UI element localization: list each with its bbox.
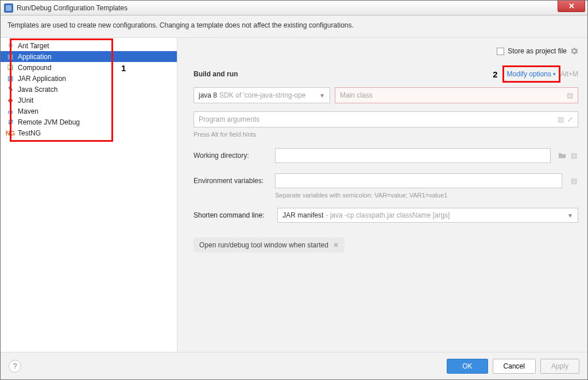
shorten-command-line-select[interactable]: JAR manifest - java -cp classpath.jar cl… bbox=[277, 208, 578, 223]
working-directory-field[interactable] bbox=[275, 148, 551, 163]
configuration-panel: Store as project file Build and run 2 Mo… bbox=[177, 38, 587, 352]
sidebar-item-label: Compound bbox=[18, 64, 52, 72]
working-directory-label: Working directory: bbox=[194, 152, 270, 160]
maven-icon: m bbox=[6, 107, 14, 115]
jar-icon: ▥ bbox=[6, 75, 14, 83]
compound-icon: ❏ bbox=[6, 64, 14, 72]
browse-icon[interactable]: ▤ bbox=[569, 176, 578, 185]
jre-selector[interactable]: java 8 SDK of 'core-java-string-ope ▼ bbox=[194, 87, 330, 103]
testng-icon: NG bbox=[6, 129, 14, 137]
sidebar-item-label: JAR Application bbox=[18, 75, 66, 83]
env-variables-field[interactable] bbox=[275, 173, 562, 188]
ant-icon: ✳ bbox=[6, 42, 14, 50]
store-as-project-file-label: Store as project file bbox=[508, 47, 567, 55]
annotation-number-1: 1 bbox=[121, 63, 126, 73]
sidebar-item-jar-application[interactable]: ▥ JAR Application bbox=[1, 73, 177, 84]
field-icons: ▤ ⤢ bbox=[558, 115, 573, 123]
folder-icon[interactable] bbox=[558, 151, 567, 160]
sidebar-item-java-scratch[interactable]: ✎ Java Scratch bbox=[1, 84, 177, 95]
main-class-placeholder: Main class bbox=[340, 91, 373, 99]
template-list: ✳ Ant Target ▦ Application ❏ Compound ▥ … bbox=[1, 40, 177, 138]
sidebar-item-testng[interactable]: NG TestNG bbox=[1, 127, 177, 138]
close-button[interactable]: ✕ bbox=[558, 1, 585, 12]
dialog-description: Templates are used to create new configu… bbox=[1, 15, 587, 38]
sidebar-item-junit[interactable]: ◆ JUnit bbox=[1, 95, 177, 106]
dialog-window: Run/Debug Configuration Templates ✕ Temp… bbox=[0, 0, 588, 380]
sidebar-item-ant-target[interactable]: ✳ Ant Target bbox=[1, 40, 177, 51]
gear-icon[interactable] bbox=[570, 47, 578, 55]
app-icon bbox=[4, 3, 13, 13]
section-header: Build and run 2 Modify options ▾ Alt+M bbox=[194, 69, 578, 79]
working-directory-row: Working directory: ▤ bbox=[194, 148, 578, 163]
program-arguments-row: Program arguments ▤ ⤢ bbox=[194, 111, 578, 127]
section-title: Build and run bbox=[194, 70, 493, 78]
insert-icon[interactable]: ▤ bbox=[569, 151, 578, 160]
shorten-command-line-row: Shorten command line: JAR manifest - jav… bbox=[194, 208, 578, 223]
chevron-down-icon: ▼ bbox=[567, 212, 573, 219]
window-controls: ✕ bbox=[558, 1, 587, 12]
sidebar-item-label: JUnit bbox=[18, 96, 33, 104]
store-as-project-file-checkbox[interactable] bbox=[497, 48, 504, 55]
sidebar-item-label: TestNG bbox=[18, 129, 41, 137]
application-icon: ▦ bbox=[6, 53, 14, 61]
chevron-down-icon: ▼ bbox=[319, 92, 325, 99]
title-bar: Run/Debug Configuration Templates ✕ bbox=[1, 1, 587, 15]
close-icon: ✕ bbox=[568, 2, 575, 10]
modify-options-label: Modify options bbox=[507, 70, 551, 78]
insert-icon[interactable]: ▤ bbox=[558, 115, 564, 123]
sdk-mainclass-row: java 8 SDK of 'core-java-string-ope ▼ Ma… bbox=[194, 87, 578, 103]
env-variables-row: Environment variables: ▤ bbox=[194, 173, 578, 188]
chevron-down-icon: ▾ bbox=[553, 71, 556, 77]
cancel-button[interactable]: Cancel bbox=[493, 359, 536, 374]
chip-remove-icon[interactable]: ✕ bbox=[333, 241, 339, 249]
ok-button[interactable]: OK bbox=[447, 359, 488, 374]
sidebar-item-application[interactable]: ▦ Application bbox=[1, 51, 177, 62]
sidebar-item-label: Maven bbox=[18, 107, 38, 115]
annotation-number-2: 2 bbox=[493, 69, 497, 79]
program-arguments-placeholder: Program arguments bbox=[199, 115, 260, 123]
scratch-icon: ✎ bbox=[6, 86, 14, 94]
junit-icon: ◆ bbox=[6, 96, 14, 104]
option-chip-open-tool-window: Open run/debug tool window when started … bbox=[194, 238, 345, 253]
main-class-field[interactable]: Main class ▤ bbox=[335, 87, 578, 103]
expand-icon[interactable]: ⤢ bbox=[567, 115, 573, 123]
content-split: ✳ Ant Target ▦ Application ❏ Compound ▥ … bbox=[1, 38, 587, 352]
sidebar-item-label: Remote JVM Debug bbox=[18, 118, 80, 126]
apply-button[interactable]: Apply bbox=[540, 359, 579, 374]
sidebar-item-remote-jvm-debug[interactable]: ⇄ Remote JVM Debug bbox=[1, 117, 177, 127]
sidebar-item-label: Ant Target bbox=[18, 42, 49, 50]
window-title: Run/Debug Configuration Templates bbox=[17, 4, 558, 12]
sidebar-item-label: Application bbox=[18, 53, 52, 61]
env-variables-label: Environment variables: bbox=[194, 177, 270, 185]
shorten-value: JAR manifest bbox=[283, 211, 323, 219]
sidebar-item-maven[interactable]: m Maven bbox=[1, 106, 177, 117]
sidebar: ✳ Ant Target ▦ Application ❏ Compound ▥ … bbox=[1, 38, 177, 352]
jre-value: java 8 bbox=[199, 91, 217, 99]
shorten-command-line-label: Shorten command line: bbox=[194, 211, 277, 219]
modify-options-wrap: Modify options ▾ bbox=[505, 69, 558, 79]
chip-label: Open run/debug tool window when started bbox=[199, 241, 328, 249]
env-variables-hint: Separate variables with semicolon: VAR=v… bbox=[275, 192, 578, 199]
modify-options-link[interactable]: Modify options ▾ bbox=[505, 69, 558, 79]
program-arguments-field[interactable]: Program arguments ▤ ⤢ bbox=[194, 111, 578, 127]
sidebar-item-label: Java Scratch bbox=[18, 86, 57, 94]
sidebar-item-compound[interactable]: ❏ Compound bbox=[1, 62, 177, 73]
browse-icon[interactable]: ▤ bbox=[567, 91, 573, 99]
top-options-row: Store as project file bbox=[194, 47, 578, 55]
field-hint: Press Alt for field hints bbox=[194, 131, 578, 138]
dialog-footer: ? OK Cancel Apply bbox=[1, 352, 587, 379]
modify-options-shortcut: Alt+M bbox=[560, 70, 578, 78]
remote-icon: ⇄ bbox=[6, 118, 14, 126]
help-button[interactable]: ? bbox=[9, 360, 21, 373]
shorten-description: - java -cp classpath.jar className [args… bbox=[326, 211, 450, 219]
jre-description: SDK of 'core-java-string-ope bbox=[219, 91, 305, 99]
